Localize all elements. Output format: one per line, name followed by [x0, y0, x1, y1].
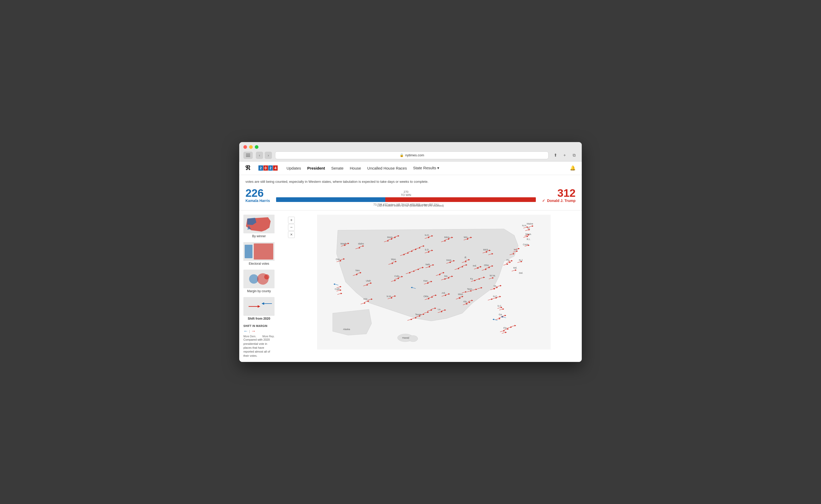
page-content: 𝔑 2 0 2 4 Updates President Senate House… [239, 162, 582, 362]
scroll-text: votes are still being counted, especiall… [246, 179, 575, 184]
usa-map-svg: Wash. Ore. Calif. Idaho Nev. Utah Ariz. … [286, 215, 582, 349]
browser-window: ‹ › 🔒 nytimes.com ⬆ + ⧉ 𝔑 2 0 2 4 [239, 142, 582, 362]
svg-text:Mo.: Mo. [444, 275, 448, 277]
year-badge: 2 0 2 4 [259, 165, 278, 171]
legend-labels: More Dem. More Rep. [244, 335, 275, 338]
nav-item-updates[interactable]: Updates [284, 165, 304, 171]
electoral-votes-label: Electoral votes [244, 262, 275, 265]
svg-text:Ga.: Ga. [499, 313, 503, 316]
ev-progress-bar [276, 197, 536, 202]
svg-point-8 [249, 274, 259, 284]
svg-text:Hawaii: Hawaii [402, 337, 409, 339]
svg-text:Tenn.: Tenn. [467, 288, 473, 290]
svg-rect-1 [246, 155, 250, 156]
map-controls: + − × [288, 217, 295, 238]
nav-items: Updates President Senate House Uncalled … [284, 165, 442, 171]
nav-item-uncalled-house[interactable]: Uncalled House Races [365, 165, 409, 171]
minimize-button[interactable] [249, 145, 253, 149]
browser-chrome: ‹ › 🔒 nytimes.com ⬆ + ⧉ [239, 142, 582, 162]
vote-totals: 73,738,437 votes (48.3%) 152.4 million v… [373, 203, 439, 206]
lock-icon: 🔒 [400, 153, 404, 157]
svg-text:Utah: Utah [366, 279, 371, 282]
address-bar[interactable]: 🔒 nytimes.com [275, 151, 548, 159]
svg-text:W.Va.: W.Va. [490, 274, 496, 277]
map-main: + − × Wash. Ore. [286, 215, 582, 358]
ev-bar-container: 270 TO WIN 73,738,437 votes (48.3%) 152.… [276, 188, 536, 206]
nav-item-house[interactable]: House [347, 165, 364, 171]
svg-text:S.D.: S.D. [425, 248, 429, 251]
svg-text:S.C.: S.C. [497, 305, 502, 307]
maximize-button[interactable] [255, 145, 259, 149]
svg-rect-2 [246, 156, 250, 157]
map-sidebar: By winner Electoral votes [239, 215, 286, 358]
ev-threshold-label: 270 TO WIN [401, 190, 411, 197]
svg-text:Colo.: Colo. [394, 275, 400, 277]
url-text: nytimes.com [405, 153, 424, 157]
reset-zoom-button[interactable]: × [288, 231, 295, 238]
map-option-margin[interactable]: Margin by county [244, 270, 282, 293]
svg-text:N.J.: N.J. [519, 259, 523, 261]
nav-item-senate[interactable]: Senate [329, 165, 346, 171]
svg-text:Okla.: Okla. [423, 295, 429, 298]
map-section: By winner Electoral votes [239, 211, 582, 362]
svg-text:Kan.: Kan. [423, 279, 428, 282]
svg-text:Neb.: Neb. [426, 263, 430, 266]
winner-checkmark-icon: ✓ [542, 199, 545, 203]
back-button[interactable]: ‹ [256, 152, 263, 159]
svg-text:Nev.: Nev. [356, 269, 360, 272]
zoom-in-button[interactable]: + [288, 217, 295, 223]
svg-point-18 [408, 335, 418, 342]
harris-votes: 226 Kamala Harris [246, 188, 270, 203]
nyt-logo: 𝔑 [246, 164, 250, 172]
by-winner-label: By winner [244, 234, 275, 238]
svg-text:N.M.: N.M. [387, 295, 392, 298]
shift-label: Shift from 2020 [244, 317, 275, 320]
ev-bar-republican [385, 197, 536, 202]
svg-text:Iowa: Iowa [446, 259, 451, 261]
map-option-electoral[interactable]: Electoral votes [244, 242, 282, 265]
map-option-shift[interactable]: Shift from 2020 [244, 297, 282, 320]
year-digit-2: 0 [263, 165, 268, 171]
year-digit-4: 4 [273, 165, 278, 171]
notification-bell-icon[interactable]: 🔔 [570, 165, 575, 171]
svg-rect-0 [246, 154, 250, 154]
svg-text:Md.: Md. [513, 267, 517, 269]
electoral-section: votes are still being counted, especiall… [239, 175, 582, 211]
svg-text:Ky.: Ky. [470, 277, 473, 280]
close-button[interactable] [244, 145, 247, 149]
margin-thumbnail [244, 270, 275, 288]
tab-overview-icon[interactable]: ⧉ [570, 152, 577, 159]
ev-bar-democrat [276, 197, 385, 202]
svg-text:Miss.: Miss. [458, 293, 463, 296]
svg-text:Ind.: Ind. [473, 264, 477, 267]
legend-title: SHIFT IN MARGIN [244, 325, 282, 327]
svg-text:Idaho: Idaho [358, 242, 364, 245]
margin-label: Margin by county [244, 289, 275, 293]
svg-text:N.D.: N.D. [425, 234, 429, 236]
svg-text:Ohio: Ohio [484, 264, 489, 267]
svg-text:N.H.: N.H. [522, 224, 527, 227]
sidebar-toggle-button[interactable] [244, 152, 253, 159]
site-header: 𝔑 2 0 2 4 Updates President Senate House… [239, 162, 582, 175]
electoral-thumbnail [244, 242, 275, 261]
legend-section: SHIFT IN MARGIN ← | → More Dem. More Rep… [244, 325, 282, 358]
nav-item-state-results[interactable]: State Results ▾ [410, 165, 442, 171]
svg-text:Wash.: Wash. [340, 242, 347, 245]
svg-rect-6 [254, 243, 273, 260]
svg-text:Wyo.: Wyo. [391, 258, 396, 261]
new-tab-icon[interactable]: + [561, 152, 568, 159]
svg-text:Ill.: Ill. [464, 256, 467, 259]
forward-button[interactable]: › [265, 152, 272, 159]
traffic-lights [244, 145, 577, 149]
browser-actions: ⬆ + ⧉ [552, 152, 577, 159]
zoom-out-button[interactable]: − [288, 224, 295, 231]
nav-item-president[interactable]: President [305, 165, 328, 171]
svg-text:Wis.: Wis. [464, 236, 468, 239]
share-icon[interactable]: ⬆ [552, 152, 559, 159]
total-votes-counted: 152.4 million votes so far (Estimated 98… [377, 204, 444, 207]
svg-text:Pa.: Pa. [506, 259, 510, 261]
svg-point-10 [264, 274, 269, 279]
legend-description: Compared with 2020 presidential vote in … [244, 338, 275, 358]
svg-text:Va.: Va. [493, 285, 497, 287]
map-option-by-winner[interactable]: By winner [244, 215, 282, 238]
